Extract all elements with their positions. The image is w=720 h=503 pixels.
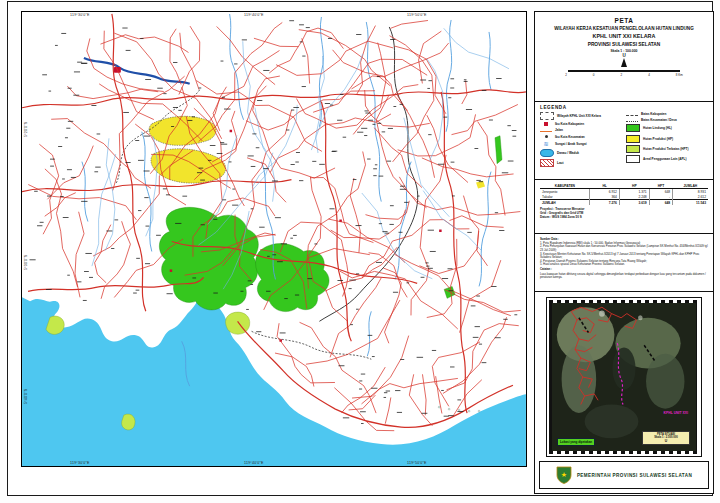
map-kicker: PETA [540, 17, 708, 24]
hpt-swatch-icon [626, 145, 640, 153]
cell: JUMLAH [540, 200, 590, 206]
legend-item: Hutan Produksi Terbatas (HPT) [626, 145, 708, 153]
cell: 648 [649, 200, 673, 206]
projection-info: Proyeksi : Transverse Mercator Grid : Ge… [540, 207, 708, 219]
legend-item: Batas Kabupaten [626, 112, 708, 116]
legend-label: Wilayah KPHL Unit XXI Kelara [557, 114, 601, 118]
hp-swatch-icon [626, 135, 640, 143]
sea-polygon [22, 281, 526, 466]
legend-left-column: Wilayah KPHL Unit XXI Kelara Ibu Kota Ka… [540, 112, 622, 169]
scale-label: 2 [620, 73, 622, 77]
legend-item: Ibu Kota Kabupaten [540, 122, 622, 126]
graticule-label: 5°40'0"S [24, 389, 28, 404]
legend-label: Batas Kabupaten [641, 112, 666, 116]
scale-label: 0 [593, 73, 595, 77]
legend-item: Danau / Waduk [540, 149, 622, 157]
north-arrow-icon [621, 58, 627, 67]
cell: 3.619 [619, 200, 649, 206]
map-subtitle-unit: KPHL UNIT XXI KELARA [540, 33, 708, 39]
graticule-label: 119°40'0"E [244, 461, 264, 465]
source-item: 5. Hasil analisis spasial Dinas Kehutana… [540, 263, 708, 267]
north-label: U [540, 54, 708, 57]
legend-heading: LEGENDA [540, 105, 708, 110]
inset-canvas [552, 303, 696, 451]
inset-location-badge: Lokasi yang dipetakan [557, 438, 595, 445]
hl-swatch-icon [626, 124, 640, 132]
footer-text: PEMERINTAH PROVINSI SULAWESI SELATAN [577, 473, 692, 478]
scale-text: Skala 1 : 100.000 [540, 49, 708, 53]
legend-label: Hutan Produksi (HP) [643, 137, 673, 141]
svg-text:★: ★ [561, 471, 567, 478]
inset-map-box: Lokasi yang dipetakan KPHL UNIT XXI PETA… [546, 297, 702, 457]
cell: 7.276 [590, 200, 620, 206]
graticule-label: 119°30'0"E [70, 461, 90, 465]
lake-icon [540, 149, 554, 157]
graticule-label: 5°30'0"S [24, 255, 28, 270]
legend-label: Ibu Kota Kecamatan [555, 135, 585, 139]
apl-swatch-icon [626, 155, 640, 163]
graticule-label: 5°20'0"S [24, 122, 28, 137]
map-subtitle-province: PROVINSI SULAWESI SELATAN [540, 42, 708, 47]
graticule-label: 119°40'0"E [244, 13, 264, 17]
scale-label: 4 [648, 73, 650, 77]
map-sheet: 119°30'0"E 119°40'0"E 119°50'0"E 119°30'… [7, 1, 713, 496]
kphl-boundary-icon [540, 112, 554, 120]
legend-item: Hutan Produksi (HP) [626, 135, 708, 143]
legend-label: Danau / Waduk [557, 151, 579, 155]
legend-label: Areal Penggunaan Lain (APL) [643, 157, 687, 161]
city-square-icon [544, 122, 548, 126]
footer: ★ PEMERINTAH PROVINSI SULAWESI SELATAN [539, 461, 709, 489]
province-emblem-icon: ★ [556, 466, 572, 484]
inset-info-box: PETA SITUASI Skala 1 : 2.500.000 U [642, 431, 690, 445]
legend-item: Jalan [540, 128, 622, 132]
kabupaten-boundary-icon [626, 115, 638, 116]
legend-label: Hutan Produksi Terbatas (HPT) [643, 147, 689, 151]
legend-item: Hutan Lindung (HL) [626, 124, 708, 132]
north-arrow: U [540, 54, 708, 67]
graticule-label: 119°50'0"E [407, 461, 427, 465]
table-total-row: JUMLAH 7.276 3.619 648 11.543 [540, 200, 708, 206]
datum-line: Datum : WGS 1984 Zona 50 S [540, 215, 708, 219]
inset-section: Lokasi yang dipetakan KPHL UNIT XXI PETA… [535, 292, 713, 461]
legend-label: Hutan Lindung (HL) [643, 126, 672, 130]
sources-notes: Sumber Data : 1. Peta Rupabumi Indonesia… [535, 234, 713, 292]
legend-item: Laut [540, 159, 622, 167]
legend-label: Ibu Kota Kabupaten [555, 122, 584, 126]
legend-label: Batas Kecamatan / Desa [641, 118, 677, 122]
legend-item: Areal Penggunaan Lain (APL) [626, 155, 708, 163]
legend-item: Batas Kecamatan / Desa [626, 118, 708, 122]
cell: 11.543 [673, 200, 708, 206]
legend-item: ≋Sungai / Anak Sungai [540, 141, 622, 147]
graticule-label: 119°30'0"E [70, 13, 90, 17]
legend-item: Wilayah KPHL Unit XXI Kelara [540, 112, 622, 120]
map-marginalia-panel: PETA WILAYAH KERJA KESATUAN PENGELOLAAN … [534, 11, 714, 494]
kecamatan-boundary-icon [626, 121, 638, 122]
inset-north-label: U [644, 440, 688, 443]
inset-satellite-map: Lokasi yang dipetakan KPHL UNIT XXI PETA… [552, 303, 696, 451]
area-table: KABUPATEN HL HP HPT JUMLAH Jeneponto 6.9… [540, 183, 708, 205]
legend-right-column: Batas Kabupaten Batas Kecamatan / Desa H… [626, 112, 708, 169]
inset-checker-border: Lokasi yang dipetakan KPHL UNIT XXI PETA… [549, 300, 699, 454]
main-map: 119°30'0"E 119°40'0"E 119°50'0"E 119°30'… [21, 11, 527, 467]
legend-label: Sungai / Anak Sungai [555, 142, 587, 146]
legend-item: Ibu Kota Kecamatan [540, 135, 622, 139]
legend-label: Laut [557, 161, 564, 165]
map-title: WILAYAH KERJA KESATUAN PENGELOLAAN HUTAN… [540, 26, 708, 31]
graticule-label: 119°50'0"E [407, 13, 427, 17]
road-line-icon [540, 131, 552, 133]
note-text: Luas kawasan hutan dihitung secara digit… [540, 273, 708, 280]
scale-bar [540, 70, 708, 73]
settlement-dot-icon [545, 135, 548, 138]
area-statistics: KABUPATEN HL HP HPT JUMLAH Jeneponto 6.9… [535, 180, 713, 234]
scale-label: 2 [565, 73, 567, 77]
sea-hatch-icon [540, 159, 554, 167]
inset-kphl-label: KPHL UNIT XXI [664, 411, 688, 415]
river-icon: ≋ [540, 141, 552, 147]
scale-label: 8 Km [676, 73, 683, 77]
title-block: PETA WILAYAH KERJA KESATUAN PENGELOLAAN … [535, 12, 713, 102]
scale-bar-labels: 2 0 2 4 8 Km [540, 73, 708, 77]
legend-label: Jalan [555, 128, 563, 132]
legend: LEGENDA Wilayah KPHL Unit XXI Kelara Ibu… [535, 102, 713, 180]
map-canvas [22, 12, 526, 466]
main-river [84, 58, 190, 84]
